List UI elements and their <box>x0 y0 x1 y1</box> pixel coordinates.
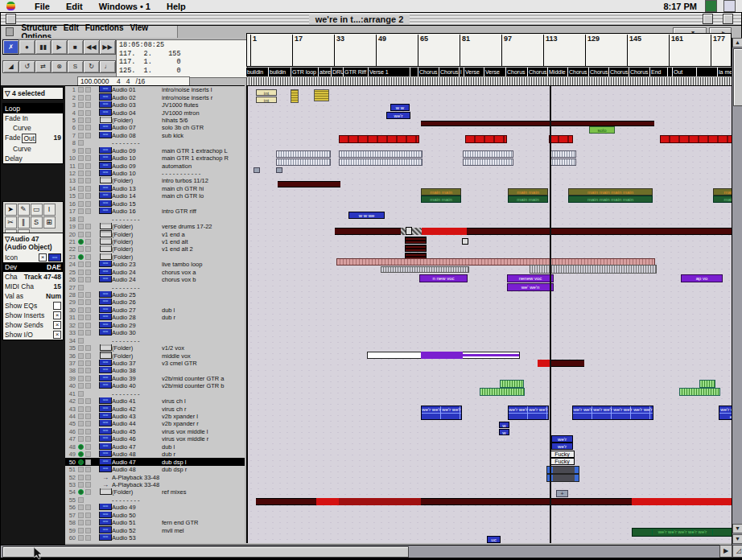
triangle-icon[interactable]: ▽ <box>5 89 10 97</box>
status-cell[interactable] <box>78 178 84 183</box>
status-cell[interactable] <box>78 125 84 130</box>
status-cell[interactable] <box>85 436 91 442</box>
track-row[interactable]: 59≈≈Audio 52mvll mel <box>65 526 245 533</box>
transport-mode-button[interactable]: S <box>67 60 84 73</box>
audio-region[interactable]: int <box>256 89 277 96</box>
scroll-right-icon[interactable]: ▶ <box>719 545 732 558</box>
record-dot-icon[interactable] <box>78 444 84 450</box>
transport-mode-button[interactable]: ↻ <box>83 60 100 73</box>
song-marker[interactable]: Chorus <box>418 68 439 76</box>
transport-button[interactable]: ◀◀ <box>83 39 100 55</box>
track-row[interactable]: 20(Folder)v1 end a <box>65 230 245 237</box>
object-param-row[interactable]: Show Inserts× <box>3 311 63 320</box>
os-menu-item[interactable]: Windows • 1 <box>91 2 159 11</box>
record-dot-icon[interactable] <box>78 459 84 465</box>
song-marker[interactable]: Verse 1 <box>369 68 410 76</box>
object-param-row[interactable]: DevDAE <box>3 262 63 272</box>
track-row[interactable]: 55- - - - - - - - <box>65 496 245 504</box>
status-cell[interactable] <box>78 513 84 518</box>
track-row[interactable]: 35(Folder)v1/2 vox <box>65 344 245 352</box>
status-cell[interactable] <box>78 391 84 397</box>
track-row[interactable]: 15≈≈Audio 14main ch GTR lo <box>65 192 245 200</box>
track-row[interactable]: 34- - - - - - - - <box>65 336 245 344</box>
status-cell[interactable] <box>78 87 84 93</box>
status-cell[interactable] <box>78 110 84 116</box>
tool-icon[interactable]: ✎ <box>18 204 30 216</box>
checkbox-icon[interactable] <box>53 302 61 310</box>
song-marker[interactable]: Chorus <box>568 68 589 76</box>
status-cell[interactable] <box>78 95 84 101</box>
track-row[interactable]: 9≈≈Audio 09main GTR 1 extrachop L <box>65 147 245 154</box>
status-cell[interactable] <box>85 155 91 161</box>
track-row[interactable]: 12≈≈Audio 10- - - - - - - - - - - <box>65 170 245 177</box>
param-row[interactable]: Delay <box>3 154 63 163</box>
track-row[interactable]: 44≈≈Audio 43v2b xpander l <box>65 413 245 420</box>
audio-region[interactable]: solo <box>589 126 615 134</box>
audio-region[interactable] <box>254 167 260 173</box>
apple-menu-icon[interactable] <box>6 2 15 10</box>
local-menu-item[interactable]: Edit <box>60 23 82 32</box>
audio-region[interactable]: w <box>499 422 509 428</box>
status-cell[interactable] <box>85 163 91 169</box>
track-row[interactable]: 49≈≈Audio 48dub r <box>65 451 245 458</box>
track-row[interactable]: 29≈≈Audio 26 <box>65 299 245 306</box>
track-row[interactable]: 58≈≈Audio 51fern end GTR <box>65 519 245 526</box>
song-marker[interactable]: la mer <box>718 68 732 76</box>
track-row[interactable]: 18- - - - - - - - <box>65 215 245 222</box>
audio-region[interactable] <box>463 150 513 158</box>
transport-mode-button[interactable]: ⊗ <box>51 60 68 73</box>
track-row[interactable]: 57≈≈Audio 50 <box>65 512 245 519</box>
record-dot-icon[interactable] <box>78 239 84 245</box>
audio-region[interactable] <box>421 121 654 126</box>
param-row[interactable]: Curve <box>3 123 63 133</box>
song-marker[interactable] <box>697 68 718 76</box>
track-row[interactable]: 40≈≈Audio 40v2b/mid counter GTR b <box>65 382 245 389</box>
audio-region[interactable] <box>276 150 331 158</box>
app-switcher-icon[interactable] <box>705 0 717 12</box>
track-row[interactable]: 42≈≈Audio 41virus ch l <box>65 397 245 405</box>
track-row[interactable]: 17≈≈Audio 16intro GTR riff <box>65 208 245 215</box>
audio-region[interactable]: main main <box>421 196 461 203</box>
status-cell[interactable] <box>78 528 84 533</box>
resize-grip-icon[interactable]: ◿ <box>732 545 742 558</box>
active-app-icon[interactable] <box>723 0 736 12</box>
track-row[interactable]: 21(Folder)v1 end alt <box>65 238 245 245</box>
audio-region[interactable]: we' we'n <box>507 283 554 291</box>
status-cell[interactable] <box>78 338 84 344</box>
track-row[interactable]: 33≈≈Audio 30 <box>65 329 245 336</box>
transport-mode-button[interactable]: ⇄ <box>35 60 52 73</box>
status-cell[interactable] <box>85 270 91 275</box>
status-cell[interactable] <box>85 467 91 472</box>
track-row[interactable]: 43≈≈Audio 42virus ch r <box>65 405 245 412</box>
song-marker[interactable]: buildin <box>269 68 291 76</box>
audio-region[interactable]: w w we <box>348 212 385 219</box>
status-cell[interactable] <box>78 383 84 389</box>
track-row[interactable]: 39≈≈Audio 39v2b/mid counter GTR a <box>65 375 245 382</box>
audio-region[interactable] <box>339 135 419 143</box>
audio-region[interactable]: w <box>499 429 509 435</box>
status-cell[interactable] <box>78 224 84 229</box>
track-row[interactable]: 45≈≈Audio 44v2b xpander r <box>65 420 245 427</box>
status-cell[interactable] <box>85 383 91 389</box>
object-param-row[interactable]: MIDI Cha15 <box>3 282 63 291</box>
os-menu-item[interactable]: Edit <box>58 2 91 11</box>
audio-region[interactable]: ap vo <box>681 274 723 282</box>
status-cell[interactable] <box>78 330 84 336</box>
song-marker[interactable]: Chorus <box>439 68 460 76</box>
status-cell[interactable] <box>78 193 84 199</box>
audio-region[interactable]: main main main main <box>568 196 653 203</box>
checkbox-icon[interactable]: × <box>39 253 47 261</box>
tool-icon[interactable]: S <box>31 216 43 229</box>
track-row[interactable]: 24≈≈Audio 23live tambo loop <box>65 261 245 268</box>
status-cell[interactable] <box>85 535 91 541</box>
track-row[interactable]: 47≈≈Audio 46virus vox middle r <box>65 435 245 443</box>
audio-region[interactable]: Fucky <box>550 451 575 458</box>
transport-button[interactable]: ■ <box>67 39 84 55</box>
audio-region[interactable] <box>291 89 299 103</box>
param-row[interactable]: Loop <box>3 104 63 113</box>
record-dot-icon[interactable] <box>78 489 84 495</box>
audio-region[interactable] <box>530 265 657 274</box>
audio-region[interactable]: main main <box>421 188 461 196</box>
status-cell[interactable] <box>85 261 91 267</box>
audio-region[interactable] <box>256 498 316 505</box>
